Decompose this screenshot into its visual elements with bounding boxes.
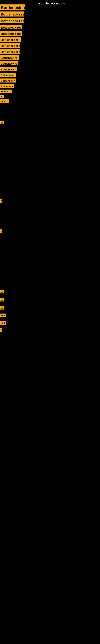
bar-label: B xyxy=(0,199,1,203)
bar-label: Bottleneck res xyxy=(0,31,22,36)
list-item: Bottleneck re xyxy=(0,37,60,42)
bar-label: B xyxy=(0,328,2,332)
bar-label: Bott xyxy=(0,321,6,324)
list-item: Bottlen xyxy=(0,90,60,93)
bar-label: Bottleneck xyxy=(0,73,16,77)
bar-label: Bottl xyxy=(0,100,9,103)
list-item: Bottleneck res xyxy=(0,18,60,23)
bar-label: Bo xyxy=(0,306,4,310)
list-item: Bottl xyxy=(0,100,60,103)
list-item: Bottleneck xyxy=(0,73,60,77)
list-item: Bott xyxy=(0,321,60,324)
bar-label: Bottlen xyxy=(0,90,12,93)
list-item: Bo xyxy=(0,121,60,124)
bar-label: Bott xyxy=(0,314,6,317)
list-item: Bottleneck re xyxy=(0,67,60,71)
list-item: B xyxy=(0,94,60,98)
list-item: Bottleneck xyxy=(0,84,60,88)
bar-label: Bo xyxy=(0,121,4,124)
list-item: B xyxy=(0,328,60,332)
bar-label: Bottleneck r xyxy=(0,78,16,82)
list-item: Bottleneck re xyxy=(0,61,60,66)
list-item: Bottleneck resu xyxy=(0,12,60,16)
list-item: Bottleneck res xyxy=(0,25,60,30)
list-item: B xyxy=(0,199,60,203)
list-item: Bo xyxy=(0,290,60,294)
bar-label: Bottleneck res xyxy=(0,49,20,54)
bar-label: Bottleneck resu xyxy=(0,12,24,16)
bar-label: Bottleneck re xyxy=(0,67,17,71)
bar-label: Bottleneck xyxy=(0,84,14,88)
list-item: Bott xyxy=(0,314,60,317)
bar-label: Bottleneck re xyxy=(0,37,21,42)
list-item: Bo xyxy=(0,306,60,310)
bar-label: B xyxy=(0,94,3,98)
bar-label: Bottleneck res xyxy=(0,43,20,48)
bar-label: Bottleneck res xyxy=(0,4,25,10)
list-item: B xyxy=(0,230,60,233)
list-item: Bottleneck res xyxy=(0,31,60,36)
bar-label: Bottleneck re xyxy=(0,61,18,66)
list-item: Bo xyxy=(0,298,60,302)
bar-label: Bo xyxy=(0,298,4,302)
list-item: Bottleneck res xyxy=(0,43,60,48)
list-item: Bottleneck res xyxy=(0,4,60,10)
list-item: Bottleneck r xyxy=(0,78,60,82)
list-item: Bottleneck re xyxy=(0,55,60,60)
bar-label: Bo xyxy=(0,290,4,294)
bar-label: B xyxy=(0,230,1,233)
list-item: Bottleneck res xyxy=(0,49,60,54)
bar-label: Bottleneck re xyxy=(0,55,19,60)
bar-label: Bottleneck res xyxy=(0,18,24,23)
bar-label: Bottleneck res xyxy=(0,25,22,30)
